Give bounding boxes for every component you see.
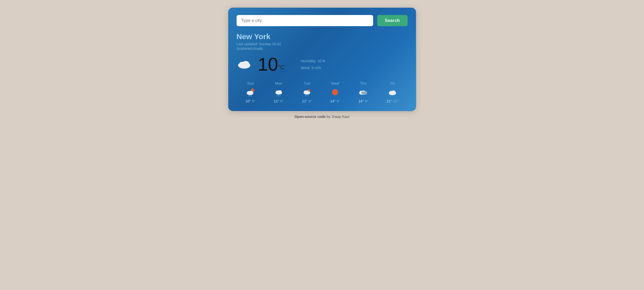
- weather-condition: Scattered clouds: [237, 47, 408, 51]
- svg-line-9: [251, 95, 251, 96]
- svg-point-6: [249, 91, 253, 94]
- svg-point-19: [308, 89, 310, 92]
- forecast-day-thu: Thu 14° 9°: [358, 81, 368, 103]
- search-row: Search: [237, 15, 408, 26]
- forecast-day-label: Wed: [331, 81, 339, 85]
- svg-point-2: [242, 61, 249, 67]
- footer-author: by Jhaap Kaur: [327, 115, 350, 119]
- search-button[interactable]: Search: [377, 15, 408, 26]
- forecast-icon-wed: [331, 87, 340, 97]
- forecast-day-label: Fri: [390, 81, 395, 85]
- current-weather-icon: [237, 58, 252, 70]
- svg-point-32: [391, 90, 396, 94]
- forecast-icon-thu: [359, 87, 368, 97]
- forecast-day-tue: Tue 11° 4°: [302, 81, 312, 103]
- forecast-day-label: Thu: [360, 81, 367, 85]
- humidity-text: Humidity: 31%: [301, 57, 325, 64]
- svg-line-21: [307, 95, 307, 96]
- forecast-day-fri: Fri 21° 12°: [387, 81, 398, 103]
- current-weather: 10°C Humidity: 31% Wind: 9 m/h: [237, 55, 408, 73]
- forecast-row: Sun 10° 5° Mon: [237, 81, 408, 103]
- footer-label: Open-source code: [294, 115, 326, 119]
- forecast-day-label: Mon: [275, 81, 282, 85]
- city-name: New York: [237, 32, 408, 41]
- forecast-day-mon: Mon 11° 6°: [274, 81, 284, 103]
- svg-line-14: [278, 95, 279, 96]
- weather-card: Search New York Last updated: Sunday 20:…: [228, 8, 416, 111]
- svg-point-29: [364, 91, 367, 94]
- current-temperature: 10°C: [258, 55, 285, 73]
- forecast-day-label: Tue: [304, 81, 310, 85]
- last-updated: Last updated: Sunday 20:42: [237, 42, 408, 46]
- svg-line-13: [277, 95, 277, 96]
- wind-text: Wind: 9 m/h: [301, 64, 325, 71]
- forecast-icon-sun: [246, 87, 255, 97]
- forecast-icon-tue: [302, 87, 311, 97]
- forecast-temps-mon: 11° 6°: [274, 99, 284, 103]
- forecast-temps-wed: 14° 6°: [330, 99, 340, 103]
- forecast-temps-thu: 14° 9°: [358, 99, 368, 103]
- forecast-day-sun: Sun 10° 5°: [246, 81, 255, 103]
- svg-line-8: [250, 95, 250, 96]
- forecast-icon-mon: [274, 87, 283, 97]
- forecast-icon-fri: [388, 87, 397, 97]
- forecast-temps-sun: 10° 5°: [246, 99, 255, 103]
- svg-line-20: [305, 95, 305, 96]
- footer-text: Open-source code by Jhaap Kaur: [294, 115, 350, 119]
- current-details: Humidity: 31% Wind: 9 m/h: [301, 57, 325, 71]
- svg-line-22: [308, 95, 308, 96]
- svg-line-7: [249, 95, 249, 96]
- forecast-day-label: Sun: [247, 81, 254, 85]
- forecast-temps-tue: 11° 4°: [302, 99, 312, 103]
- svg-point-23: [332, 89, 338, 95]
- city-search-input[interactable]: [237, 15, 373, 26]
- svg-line-15: [280, 95, 280, 96]
- forecast-day-wed: Wed 14° 6°: [330, 81, 340, 103]
- forecast-temps-fri: 21° 12°: [387, 99, 398, 103]
- svg-point-12: [278, 90, 282, 93]
